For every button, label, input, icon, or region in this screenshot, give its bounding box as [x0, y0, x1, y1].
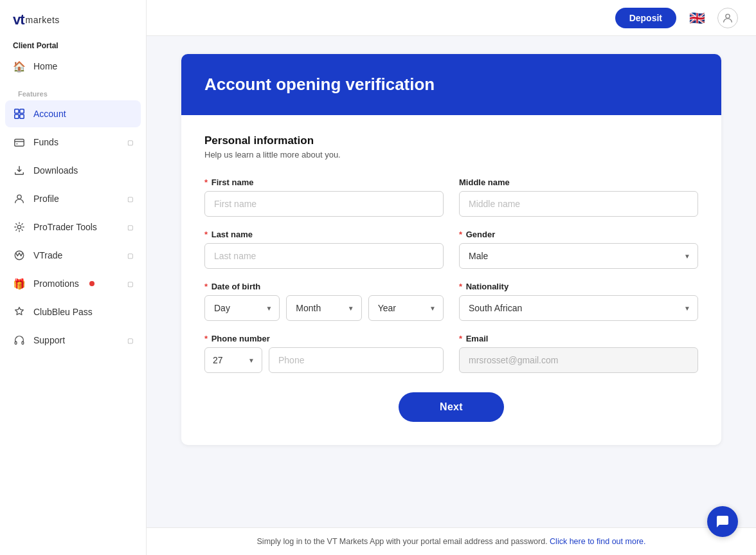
sidebar-item-protrader[interactable]: ProTrader Tools ▢ [5, 214, 141, 241]
svg-rect-2 [15, 114, 19, 118]
sidebar-item-profile[interactable]: Profile ▢ [5, 185, 141, 212]
last-name-input[interactable] [204, 243, 444, 269]
sidebar-item-home-label: Home [33, 61, 57, 71]
dob-year-select[interactable]: Year [368, 295, 444, 321]
form-title: Account opening verification [204, 75, 698, 95]
sidebar-item-vtrade-label: VTrade [33, 250, 62, 260]
next-button[interactable]: Next [399, 392, 504, 422]
nationality-label: * Nationality [459, 282, 698, 291]
svg-rect-3 [20, 114, 24, 118]
phone-code-select[interactable]: 27 44 1 [204, 347, 262, 373]
phone-label: * Phone number [204, 334, 444, 343]
content-area: Account opening verification Personal in… [147, 36, 756, 527]
svg-point-8 [15, 251, 24, 260]
svg-rect-9 [15, 341, 17, 345]
support-icon [13, 334, 26, 347]
form-header: Account opening verification [181, 54, 721, 115]
dob-month-select[interactable]: Month [286, 295, 361, 321]
sidebar-item-downloads-label: Downloads [33, 165, 78, 176]
gender-group: * Gender Male Female ▼ [459, 230, 698, 269]
svg-rect-10 [22, 341, 24, 345]
email-input [459, 347, 698, 373]
phone-row: 27 44 1 ▼ [204, 347, 444, 373]
sidebar-item-promotions-label: Promotions [33, 278, 79, 289]
gender-select-wrapper: Male Female ▼ [459, 243, 698, 269]
sidebar-item-clubbleu[interactable]: ClubBleu Pass [5, 298, 141, 325]
dob-label: * Date of birth [204, 282, 444, 291]
middle-name-group: Middle name [459, 177, 698, 217]
email-group: * Email [459, 334, 698, 373]
vtrade-chevron-icon: ▢ [127, 252, 133, 259]
dob-day-wrapper: Day ▼ [204, 295, 280, 321]
sidebar-item-home[interactable]: 🏠 Home [5, 53, 141, 80]
nationality-select[interactable]: South African British [459, 295, 698, 321]
dob-row: Day ▼ Month ▼ [204, 295, 444, 321]
last-name-group: * Last name [204, 230, 444, 269]
svg-point-5 [17, 143, 18, 145]
deposit-button[interactable]: Deposit [615, 8, 676, 28]
sidebar-nav: 🏠 Home Features Account Funds ▢ [0, 53, 146, 355]
main-area: Deposit 🇬🇧 Account opening verification … [147, 0, 756, 555]
sidebar-item-account[interactable]: Account [5, 100, 141, 127]
first-name-label: * First name [204, 177, 444, 187]
phone-group: * Phone number 27 44 1 ▼ [204, 334, 444, 373]
promotions-chevron-icon: ▢ [127, 280, 133, 287]
dob-year-wrapper: Year ▼ [368, 295, 444, 321]
topbar: Deposit 🇬🇧 [147, 0, 756, 36]
home-icon: 🏠 [13, 60, 26, 73]
user-avatar-icon[interactable] [717, 8, 738, 28]
gender-select[interactable]: Male Female [459, 243, 698, 269]
logo-area: vt markets [0, 0, 146, 36]
protrader-icon [13, 221, 26, 233]
clubbleu-icon [13, 305, 26, 318]
middle-name-input[interactable] [459, 191, 698, 217]
support-chevron-icon: ▢ [127, 337, 133, 344]
sidebar-item-vtrade[interactable]: VTrade ▢ [5, 242, 141, 269]
funds-chevron-icon: ▢ [127, 139, 133, 146]
sidebar-item-funds-label: Funds [33, 137, 59, 147]
chat-bubble-button[interactable] [707, 506, 738, 537]
gender-label: * Gender [459, 230, 698, 239]
dob-group: * Date of birth Day ▼ [204, 282, 444, 321]
next-btn-row: Next [204, 392, 698, 422]
svg-point-11 [726, 14, 730, 18]
client-portal-label: Client Portal [0, 36, 146, 53]
profile-chevron-icon: ▢ [127, 196, 133, 203]
language-flag-icon[interactable]: 🇬🇧 [687, 8, 707, 28]
section-title: Personal information [204, 134, 698, 147]
svg-point-7 [17, 225, 21, 228]
dob-day-select[interactable]: Day [204, 295, 280, 321]
first-name-input[interactable] [204, 191, 444, 217]
sidebar-item-support-label: Support [33, 335, 65, 345]
first-name-group: * First name [204, 177, 444, 217]
downloads-icon [13, 164, 26, 177]
sidebar-item-downloads[interactable]: Downloads [5, 157, 141, 184]
nationality-group: * Nationality South African British ▼ [459, 282, 698, 321]
sidebar-item-funds[interactable]: Funds ▢ [5, 129, 141, 156]
logo-markets: markets [26, 15, 60, 25]
form-card: Account opening verification Personal in… [181, 54, 721, 445]
sidebar-item-promotions[interactable]: 🎁 Promotions ▢ [5, 270, 141, 297]
logo-vt: vt [13, 12, 24, 28]
phone-code-wrapper: 27 44 1 ▼ [204, 347, 262, 373]
form-grid: * First name Middle name * L [204, 177, 698, 373]
sidebar-item-protrader-label: ProTrader Tools [33, 222, 97, 232]
footer-text: Simply log in to the VT Markets App with… [257, 537, 548, 546]
profile-icon [13, 192, 26, 205]
sidebar-item-account-label: Account [33, 109, 66, 119]
svg-rect-4 [15, 140, 24, 147]
form-body: Personal information Help us learn a lit… [181, 115, 721, 445]
sidebar-item-support[interactable]: Support ▢ [5, 327, 141, 354]
funds-icon [13, 136, 26, 149]
phone-input[interactable] [269, 347, 444, 373]
protrader-chevron-icon: ▢ [127, 224, 133, 231]
sidebar-item-profile-label: Profile [33, 194, 59, 204]
footer-link[interactable]: Click here to find out more. [550, 537, 645, 546]
last-name-label: * Last name [204, 230, 444, 239]
section-subtitle: Help us learn a little more about you. [204, 150, 698, 159]
svg-rect-0 [15, 109, 19, 113]
vtrade-icon [13, 249, 26, 262]
features-label: Features [5, 81, 141, 100]
sidebar-item-clubbleu-label: ClubBleu Pass [33, 307, 93, 317]
promotions-notification-dot [89, 281, 94, 286]
